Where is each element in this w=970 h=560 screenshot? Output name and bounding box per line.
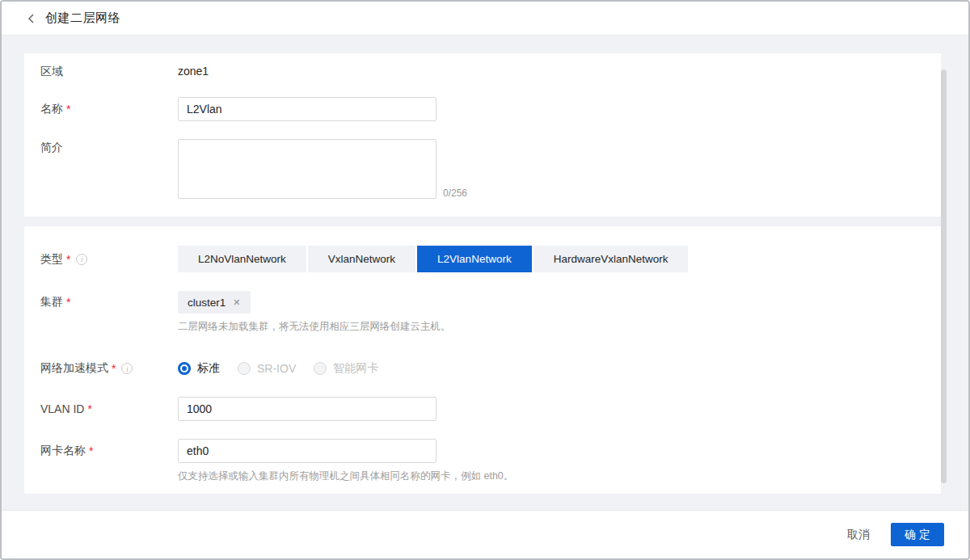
acceleration-radio-group: 标准 SR-IOV 智能网卡 [178,361,941,376]
type-option-vxlan[interactable]: VxlanNetwork [308,246,415,272]
type-button-group: L2NoVlanNetwork VxlanNetwork L2VlanNetwo… [178,246,941,272]
type-row: 类型 * i L2NoVlanNetwork VxlanNetwork L2Vl… [24,246,941,272]
type-label: 类型 [40,252,63,267]
type-option-hardwarevxlan[interactable]: HardwareVxlanNetwork [534,246,689,272]
radio-sriov: SR-IOV [238,362,296,375]
basic-info-panel: 区域 zone1 名称 * 简介 0/256 [24,53,941,217]
page-header: 创建二层网络 [2,2,968,36]
nic-name-label: 网卡名称 [40,444,86,458]
cluster-row: 集群 * cluster1 ✕ 二层网络未加载集群，将无法使用相应三层网络创建云… [24,291,941,333]
vlan-id-input[interactable] [178,397,436,421]
radio-disabled-icon [238,362,251,375]
network-config-panel: 类型 * i L2NoVlanNetwork VxlanNetwork L2Vl… [24,226,941,494]
required-mark: * [66,103,70,116]
nic-name-input[interactable] [178,439,436,463]
required-mark: * [112,362,116,375]
nic-name-hint: 仅支持选择或输入集群内所有物理机之间具体相同名称的网卡，例如 eth0。 [178,469,941,482]
required-mark: * [89,444,93,457]
required-mark: * [87,402,91,415]
zone-value: zone1 [178,65,209,78]
acceleration-mode-row: 网络加速模式 * i 标准 SR-IOV 智能网卡 [24,361,941,376]
description-textarea[interactable] [178,139,436,199]
footer-bar: 取消 确定 [2,510,968,558]
cancel-button[interactable]: 取消 [847,528,870,542]
back-icon[interactable] [26,13,37,24]
type-option-l2novlan[interactable]: L2NoVlanNetwork [178,246,306,272]
cluster-tag-label: cluster1 [188,297,226,309]
vlan-id-label: VLAN ID [40,402,84,415]
info-icon: i [121,363,133,374]
zone-label: 区域 [40,63,63,79]
cluster-label: 集群 [40,295,63,309]
radio-smartnic: 智能网卡 [314,361,378,376]
type-option-l2vlan[interactable]: L2VlanNetwork [417,246,532,272]
name-row: 名称 * [24,97,941,121]
info-icon: i [76,254,87,265]
page-title: 创建二层网络 [45,11,120,26]
vlan-id-row: VLAN ID * [24,397,941,421]
radio-disabled-icon [314,362,327,375]
required-mark: * [66,296,70,309]
description-label: 简介 [40,141,63,155]
name-input[interactable] [178,97,436,121]
close-icon[interactable]: ✕ [233,297,240,308]
radio-standard[interactable]: 标准 [178,361,220,376]
name-label: 名称 [40,102,63,116]
cluster-hint: 二层网络未加载集群，将无法使用相应三层网络创建云主机。 [178,320,941,333]
vertical-scrollbar[interactable] [941,69,947,483]
cluster-tag[interactable]: cluster1 ✕ [178,291,251,314]
required-mark: * [66,253,70,266]
ok-button[interactable]: 确定 [891,523,944,546]
create-l2-network-page: 创建二层网络 区域 zone1 名称 * 简介 [0,0,970,560]
acceleration-mode-label: 网络加速模式 [40,361,108,376]
radio-checked-icon [178,362,191,375]
nic-name-row: 网卡名称 * 仅支持选择或输入集群内所有物理机之间具体相同名称的网卡，例如 et… [24,439,941,482]
char-counter: 0/256 [443,187,467,199]
description-row: 简介 0/256 [24,139,941,199]
zone-row: 区域 zone1 [24,63,941,79]
